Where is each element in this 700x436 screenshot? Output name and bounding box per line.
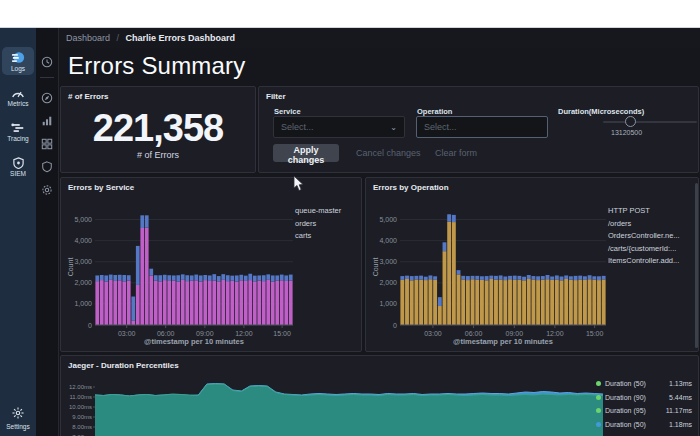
legend-label: Duration (50) (605, 421, 669, 428)
panel-title: # of Errors (61, 87, 255, 101)
svg-text:15:00: 15:00 (273, 330, 291, 337)
chevron-down-icon: ⌄ (390, 123, 397, 132)
legend-item[interactable]: Duration (50)1.13ms (596, 380, 692, 387)
breadcrumb-dashboard[interactable]: Dashboard (66, 33, 110, 43)
svg-text:03:00: 03:00 (118, 330, 136, 337)
sidebar-item-metrics[interactable]: Metrics (2, 83, 34, 110)
errors-by-operation-legend[interactable]: HTTP POST/ordersOrdersController.ne.../c… (608, 194, 680, 350)
legend-dot (596, 395, 601, 400)
svg-text:@timestamp per 10 minutes: @timestamp per 10 minutes (144, 337, 244, 346)
errors-count-value: 221,358 (61, 107, 255, 150)
sidebar-item-logs[interactable]: Logs (2, 47, 34, 75)
discover-compass-icon[interactable] (40, 90, 54, 104)
service-select[interactable]: Select... ⌄ (273, 116, 405, 138)
legend-label: Duration (90) (605, 394, 669, 401)
legend-item[interactable]: /carts/{customerId:... (608, 245, 680, 253)
sidebar-item-label: SIEM (2, 170, 34, 177)
errors-by-service-chart: 01,0002,0003,0004,0005,00003:0006:0009:0… (65, 194, 295, 350)
svg-text:1,000: 1,000 (379, 300, 397, 307)
sidebar-item-siem[interactable]: SIEM (2, 153, 34, 180)
filter-panel: Filter Service Select... ⌄ Operation Sel… (258, 86, 699, 173)
siem-icon (12, 157, 25, 169)
clear-form-button[interactable]: Clear form (435, 148, 477, 158)
errors-by-service-legend[interactable]: queue-masterorderscarts (295, 194, 341, 350)
metrics-gauge-icon (11, 87, 25, 99)
dashboard-grid-icon[interactable] (40, 136, 54, 150)
svg-text:15:00: 15:00 (586, 330, 604, 337)
svg-text:0: 0 (393, 322, 397, 329)
operation-label: Operation (417, 107, 452, 116)
svg-text:Count: Count (67, 258, 74, 277)
legend-item[interactable]: HTTP POST (608, 207, 680, 215)
svg-text:2,000: 2,000 (379, 279, 397, 286)
legend-label: Duration (95) (605, 407, 666, 414)
panel-title: Errors by Service (61, 178, 361, 192)
duration-slider-thumb[interactable] (625, 116, 636, 127)
legend-item[interactable]: queue-master (295, 207, 341, 215)
legend-item[interactable]: carts (295, 232, 341, 240)
scrollbar[interactable] (695, 183, 698, 348)
svg-text:2,000: 2,000 (74, 279, 92, 286)
breadcrumb-bar: Dashboard / Charlie Errors Dashboard (58, 27, 700, 48)
tracing-icon (11, 122, 25, 134)
legend-item[interactable]: Duration (90)5.44ms (596, 394, 692, 401)
panel-title: Errors by Operation (366, 178, 698, 192)
legend-dot (596, 381, 601, 386)
legend-dot (596, 408, 601, 413)
panel-title: Filter (259, 87, 698, 101)
svg-text:06:00: 06:00 (157, 330, 175, 337)
svg-text:4,000: 4,000 (379, 237, 397, 244)
svg-text:@timestamp per 10 minutes: @timestamp per 10 minutes (453, 337, 553, 346)
svg-text:12:00: 12:00 (546, 330, 564, 337)
sidebar-item-label: Settings (0, 423, 36, 430)
legend-item[interactable]: ItemsController.add... (608, 257, 680, 265)
sidebar-item-label: Tracing (2, 135, 34, 142)
sidebar-item-tracing[interactable]: Tracing (2, 118, 34, 145)
legend-item[interactable]: OrdersController.ne... (608, 232, 680, 240)
apply-changes-button[interactable]: Apply changes (273, 144, 339, 162)
legend-item[interactable]: orders (295, 220, 341, 228)
svg-text:11.00ms: 11.00ms (69, 394, 92, 400)
svg-text:0: 0 (88, 322, 92, 329)
svg-text:09:00: 09:00 (506, 330, 524, 337)
duration-slider-track[interactable] (603, 121, 697, 123)
visualize-chart-icon[interactable] (40, 113, 54, 127)
legend-dot (596, 422, 601, 427)
legend-item[interactable]: Duration (95)11.17ms (596, 407, 692, 414)
legend-item[interactable]: /orders (608, 220, 680, 228)
sidebar-item-label: Metrics (2, 100, 34, 107)
recently-viewed-clock-icon[interactable] (40, 54, 54, 68)
svg-text:Count: Count (372, 258, 379, 277)
sidebar-item-settings[interactable]: Settings (0, 405, 36, 430)
breadcrumb-current: Charlie Errors Dashboard (126, 33, 236, 43)
svg-text:12:00: 12:00 (235, 330, 253, 337)
logs-icon (11, 51, 25, 64)
svg-text:9.00ms: 9.00ms (72, 414, 92, 420)
breadcrumb-separator: / (117, 33, 120, 43)
uptime-shield-icon[interactable] (40, 159, 54, 173)
svg-text:5,000: 5,000 (379, 216, 397, 223)
duration-label: Duration(Microseconds) (558, 107, 644, 116)
svg-text:4,000: 4,000 (74, 237, 92, 244)
svg-text:1,000: 1,000 (74, 300, 92, 307)
service-label: Service (274, 107, 301, 116)
cancel-changes-button[interactable]: Cancel changes (356, 148, 421, 158)
errors-count-label: # of Errors (61, 150, 255, 160)
duration-value: 13120500 (611, 129, 642, 136)
legend-item[interactable]: Duration (50)1.18ms (596, 421, 692, 428)
svg-text:3,000: 3,000 (74, 258, 92, 265)
panel-title: Jaeger - Duration Percentiles (61, 356, 698, 370)
breadcrumb: Dashboard / Charlie Errors Dashboard (66, 33, 235, 43)
errors-by-service-panel: Errors by Service 01,0002,0003,0004,0005… (60, 177, 362, 352)
legend-value: 1.18ms (669, 421, 692, 428)
top-header (0, 0, 700, 28)
management-gear-icon[interactable] (40, 182, 54, 196)
operation-input[interactable]: Select... (416, 116, 548, 138)
operation-placeholder: Select... (424, 122, 540, 132)
jaeger-legend[interactable]: Duration (50)1.13msDuration (90)5.44msDu… (596, 380, 692, 434)
primary-sidebar: Logs Metrics Tracing SIEM Settings (0, 27, 36, 436)
legend-value: 5.44ms (669, 394, 692, 401)
legend-label: Duration (50) (605, 380, 669, 387)
svg-text:03:00: 03:00 (424, 330, 442, 337)
svg-text:12.00ms: 12.00ms (69, 384, 92, 390)
